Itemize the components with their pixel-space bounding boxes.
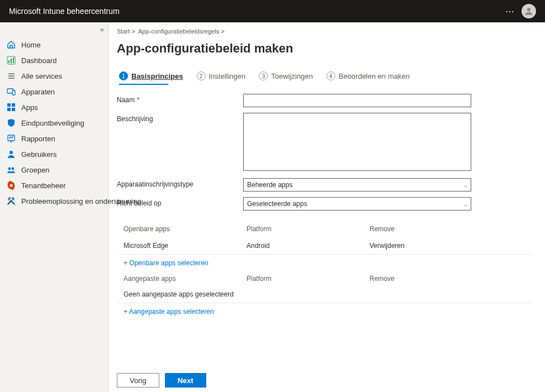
sidebar-label-dashboard: Dashboard: [21, 56, 57, 65]
user-icon: [7, 150, 16, 159]
collapse-icon[interactable]: «: [100, 26, 104, 34]
step-circle-4: 4: [326, 71, 335, 80]
svg-point-17: [8, 168, 11, 170]
sidebar-label-home: Home: [21, 41, 41, 49]
public-apps-header-remove: Remove: [369, 225, 459, 233]
step-label-3: Toewijzingen: [271, 72, 312, 80]
wizard-steps: 1 Basisprincipes 2 Instellingen 3 Toewij…: [117, 71, 532, 80]
svg-rect-11: [12, 103, 15, 107]
svg-rect-13: [12, 108, 15, 111]
public-apps-header-name: Openbare apps: [124, 225, 247, 233]
step-indicator: [119, 84, 168, 85]
svg-point-0: [527, 8, 530, 11]
sidebar-item-services[interactable]: Alle services: [0, 68, 108, 84]
top-bar: Microsoft Intune beheercentrum ⋯: [0, 0, 545, 22]
custom-apps-header-platform: Platform: [247, 275, 369, 283]
breadcrumb: Start > App-configuratiebeleidsregels >: [117, 28, 532, 35]
apps-icon: [7, 103, 16, 112]
custom-apps-empty: Geen aangepaste apps geselecteerd: [117, 286, 532, 303]
sidebar-item-endpoint[interactable]: Eindpuntbeveiliging: [0, 115, 108, 131]
description-textarea[interactable]: [243, 113, 471, 171]
sidebar-label-devices: Apparaten: [21, 88, 55, 96]
sidebar-label-users: Gebruikers: [21, 150, 57, 159]
gear-icon: [7, 181, 16, 190]
sidebar-label-services: Alle services: [21, 72, 62, 80]
dashboard-icon: [7, 56, 16, 65]
svg-point-19: [10, 184, 13, 187]
sidebar-item-troubleshoot[interactable]: Probleemoplossing en ondersteuning: [0, 193, 108, 209]
more-icon[interactable]: ⋯: [505, 6, 515, 17]
svg-rect-3: [11, 59, 12, 63]
app-platform: Android: [247, 242, 369, 250]
enrollment-value: Beheerde apps: [247, 181, 292, 189]
next-button[interactable]: Next: [165, 373, 206, 388]
svg-rect-10: [7, 103, 11, 107]
step-review[interactable]: 4 Beoordelen en maken: [326, 71, 410, 80]
step-circle-3: 3: [259, 71, 268, 80]
step-label-4: Beoordelen en maken: [339, 72, 410, 80]
name-label: Naam*: [117, 94, 243, 104]
sidebar: « Home Dashboard Alle services Apparaten…: [0, 22, 109, 392]
sidebar-label-troubleshoot: Probleemoplossing en ondersteuning: [21, 197, 141, 205]
sidebar-item-groups[interactable]: Groepen: [0, 162, 108, 178]
table-row: Microsoft Edge Android Verwijderen: [117, 237, 532, 255]
sidebar-item-apps[interactable]: Apps: [0, 99, 108, 115]
wrench-icon: [7, 197, 16, 205]
step-circle-2: 2: [197, 71, 206, 80]
select-custom-apps-link[interactable]: Aangepaste apps selecteren: [117, 303, 532, 320]
svg-rect-12: [7, 108, 11, 111]
sidebar-item-home[interactable]: Home: [0, 37, 108, 52]
enrollment-select[interactable]: Beheerde apps ⌵: [243, 178, 471, 192]
sidebar-label-tenant: Tenantbeheer: [21, 181, 66, 190]
step-circle-1: 1: [119, 71, 128, 80]
select-public-apps-link[interactable]: Openbare apps selecteren: [117, 255, 532, 271]
sidebar-label-apps: Apps: [21, 103, 38, 112]
public-apps-header-platform: Platform: [247, 225, 369, 233]
page-title: App-configuratiebeleid maken: [117, 41, 532, 56]
sidebar-item-reports[interactable]: Rapporten: [0, 131, 108, 146]
step-settings[interactable]: 2 Instellingen: [197, 71, 246, 80]
enrollment-label: Apparaatinschrijvingstype: [117, 178, 243, 188]
public-apps-section: Openbare apps Platform Remove Microsoft …: [117, 221, 532, 320]
custom-apps-header-remove: Remove: [369, 275, 459, 283]
step-label-1: Basisprincipes: [131, 72, 183, 80]
svg-point-16: [10, 151, 13, 154]
sidebar-label-reports: Rapporten: [21, 135, 55, 143]
svg-rect-4: [13, 58, 14, 63]
remove-link[interactable]: Verwijderen: [369, 242, 405, 250]
main-content: Start > App-configuratiebeleidsregels > …: [109, 22, 545, 392]
sidebar-item-devices[interactable]: Apparaten: [0, 84, 108, 99]
devices-icon: [7, 87, 16, 96]
breadcrumb-start[interactable]: Start >: [117, 28, 135, 35]
breadcrumb-policies[interactable]: App-configuratiebeleidsregels >: [138, 28, 224, 35]
sidebar-item-dashboard[interactable]: Dashboard: [0, 52, 108, 68]
target-select[interactable]: Geselecteerde apps ⌵: [243, 197, 471, 211]
wizard-footer: Vorig Next: [117, 367, 532, 392]
name-input[interactable]: [243, 94, 471, 107]
chevron-down-icon: ⌵: [464, 201, 467, 207]
list-icon: [7, 71, 16, 80]
reports-icon: [7, 134, 16, 143]
chevron-down-icon: ⌵: [464, 182, 467, 188]
app-name: Microsoft Edge: [124, 242, 247, 250]
svg-rect-2: [8, 60, 10, 63]
app-title: Microsoft Intune beheercentrum: [9, 7, 120, 16]
svg-rect-9: [12, 90, 15, 95]
home-icon: [7, 40, 16, 49]
shield-icon: [7, 118, 16, 127]
svg-rect-14: [8, 135, 15, 141]
step-label-2: Instellingen: [209, 72, 246, 80]
svg-point-18: [12, 168, 15, 170]
groups-icon: [7, 165, 16, 174]
sidebar-label-endpoint: Eindpuntbeveiliging: [21, 119, 84, 127]
sidebar-label-groups: Groepen: [21, 166, 50, 174]
step-assignments[interactable]: 3 Toewijzingen: [259, 71, 312, 80]
target-value: Geselecteerde apps: [247, 200, 307, 208]
custom-apps-header-name: Aangepaste apps: [124, 275, 247, 283]
previous-button[interactable]: Vorig: [117, 373, 159, 388]
sidebar-item-users[interactable]: Gebruikers: [0, 146, 108, 162]
sidebar-item-tenant[interactable]: Tenantbeheer: [0, 178, 108, 193]
description-label: Beschrijving: [117, 113, 243, 123]
avatar[interactable]: [522, 4, 536, 18]
step-basics[interactable]: 1 Basisprincipes: [119, 71, 183, 80]
